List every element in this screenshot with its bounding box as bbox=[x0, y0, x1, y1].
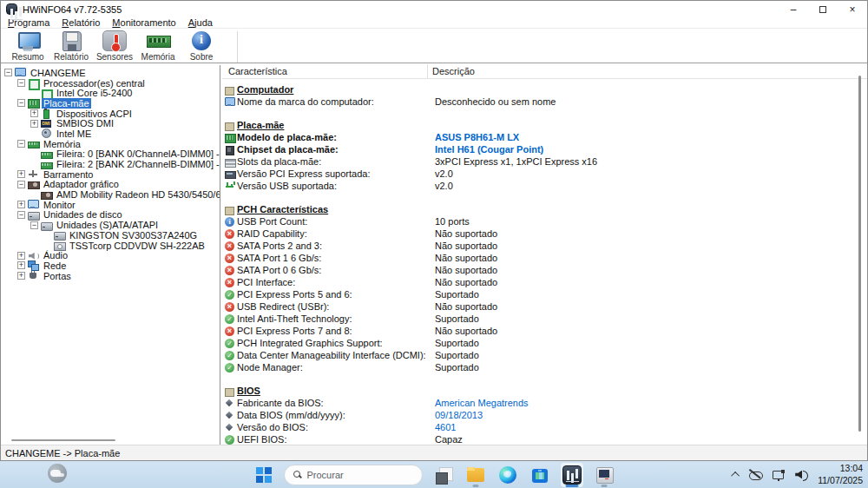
detail-row-fabricante-da-bios[interactable]: Fabricante da BIOS:American Megatrends bbox=[225, 397, 867, 409]
tree-item-changeme[interactable]: −CHANGEME bbox=[1, 68, 220, 78]
detail-row-raid-capability[interactable]: RAID Capability:Não suportado bbox=[225, 228, 867, 240]
menu-item-ajuda[interactable]: Ajuda bbox=[188, 17, 213, 28]
tree-toggle[interactable]: − bbox=[17, 211, 25, 219]
detail-label: SATA Ports 2 and 3: bbox=[237, 241, 322, 251]
detail-row-chipset-da-placa-mae[interactable]: Chipset da placa-mãe:Intel H61 (Cougar P… bbox=[225, 143, 867, 155]
taskbar-desktop-app[interactable] bbox=[432, 463, 455, 487]
tree-item-rede[interactable]: +Rede bbox=[1, 260, 220, 271]
tree-item-processador-es-central[interactable]: −Processador(es) central bbox=[1, 78, 220, 89]
scrollbar-thumb[interactable] bbox=[11, 439, 115, 441]
toolbar-button-memoria[interactable]: Memória bbox=[136, 30, 180, 62]
detail-label: PCI Express Ports 5 and 6: bbox=[237, 289, 352, 300]
detail-row-versao-do-bios[interactable]: Versão do BIOS:4601 bbox=[225, 421, 867, 433]
detail-row-data-center-manageability-interface-dcmi[interactable]: Data Center Manageability Interface (DCM… bbox=[225, 349, 867, 361]
detail-row-node-manager[interactable]: Node Manager:Suportado bbox=[225, 361, 867, 373]
memory-icon bbox=[146, 30, 170, 51]
tree-item-placa-mae[interactable]: −Placa-mãe bbox=[1, 98, 220, 109]
taskbar-store-app[interactable] bbox=[529, 463, 551, 487]
tree-item-memoria[interactable]: −Memória bbox=[1, 139, 220, 149]
tree-item-amd-mobility-radeon-hd-5430-5450-62x0[interactable]: AMD Mobility Radeon HD 5430/5450/62x0 bbox=[1, 189, 220, 200]
taskbar-search[interactable]: Procurar bbox=[284, 465, 423, 485]
maximize-button[interactable] bbox=[808, 1, 838, 17]
tree-item-tsstcorp-cddvdw-sh-222ab[interactable]: TSSTcorp CDDVDW SH-222AB bbox=[1, 241, 220, 251]
detail-row-sata-port-0-6-gb-s[interactable]: SATA Port 0 6 Gb/s:Não suportado bbox=[225, 264, 867, 276]
tree-toggle[interactable]: + bbox=[17, 252, 25, 260]
tree-toggle[interactable]: − bbox=[30, 221, 38, 229]
toolbar-button-sensores[interactable]: Sensores bbox=[93, 30, 136, 62]
tree-item-unidades-de-disco[interactable]: −Unidades de disco bbox=[1, 210, 220, 221]
tree-toggle[interactable]: + bbox=[17, 201, 25, 208]
detail-row-uefi-bios[interactable]: UEFI BIOS:Capaz bbox=[225, 433, 867, 445]
detail-row-data-bios-mm-dd-yyyy[interactable]: Data BIOS (mm/dd/yyyy):09/18/2013 bbox=[225, 409, 867, 421]
tree-toggle[interactable]: + bbox=[30, 120, 38, 128]
column-header-caracteristica[interactable]: Característica bbox=[228, 66, 287, 76]
not-supported-icon bbox=[225, 266, 234, 275]
clock[interactable]: 13:04 11/07/2025 bbox=[818, 463, 863, 485]
detail-value: 09/18/2013 bbox=[435, 409, 483, 421]
taskbar-hwinfo-app[interactable] bbox=[561, 463, 583, 487]
minimize-button[interactable]: – bbox=[779, 1, 808, 17]
detail-value: 4601 bbox=[435, 421, 456, 433]
tree-item-adaptador-grafico[interactable]: −Adaptador gráfico bbox=[1, 180, 220, 190]
tree-toggle bbox=[30, 129, 38, 137]
tree-item-smbios-dmi[interactable]: +SMBIOS DMI bbox=[1, 118, 220, 129]
toolbar-button-sobre[interactable]: Sobre bbox=[180, 30, 223, 62]
report-icon bbox=[59, 30, 83, 51]
tree-toggle[interactable]: − bbox=[17, 99, 25, 107]
detail-row-slots-da-placa-mae[interactable]: Slots da placa-mãe:3xPCI Express x1, 1xP… bbox=[225, 155, 867, 168]
toolbar-button-resumo[interactable]: Resumo bbox=[6, 30, 49, 62]
volume-icon[interactable] bbox=[795, 470, 808, 480]
tree-item-unidades-s-ata-atapi[interactable]: −Unidades (S)ATA/ATAPI bbox=[1, 220, 220, 230]
tree-item-kingston-sv300s37a240g[interactable]: KINGSTON SV300S37A240G bbox=[1, 230, 220, 241]
detail-row-pci-express-ports-7-and-8[interactable]: PCI Express Ports 7 and 8:Não suportado bbox=[225, 325, 867, 337]
tree-toggle[interactable]: + bbox=[17, 170, 25, 178]
menu-item-monitoramento[interactable]: Monitoramento bbox=[112, 17, 175, 28]
tree-item-barramento[interactable]: +Barramento bbox=[1, 169, 220, 180]
detail-row-pch-integrated-graphics-support[interactable]: PCH Integrated Graphics Support:Suportad… bbox=[225, 337, 867, 349]
close-button[interactable]: × bbox=[838, 1, 867, 17]
taskbar-file-explorer-app[interactable] bbox=[464, 463, 487, 487]
column-header-descricao[interactable]: Descrição bbox=[432, 66, 475, 76]
tree-item-portas[interactable]: +Portas bbox=[1, 271, 220, 281]
tree-horizontal-scrollbar[interactable] bbox=[1, 437, 220, 443]
detail-row-nome-da-marca-do-computador[interactable]: Nome da marca do computador:Desconhecido… bbox=[225, 96, 867, 108]
column-divider[interactable] bbox=[427, 64, 428, 78]
tree-item-intel-me[interactable]: Intel ME bbox=[1, 129, 220, 139]
tree-item-fileira-2-bank-2-channelb-dimm0-4-gb-pc3[interactable]: Fileira: 2 [BANK 2/ChannelB-DIMM0] - 4 G… bbox=[1, 159, 220, 169]
detail-row-pci-interface[interactable]: PCI Interface:Não suportado bbox=[225, 276, 867, 288]
detail-value: 3xPCI Express x1, 1xPCI Express x16 bbox=[435, 155, 597, 168]
detail-row-sata-ports-2-and-3[interactable]: SATA Ports 2 and 3:Não suportado bbox=[225, 240, 867, 252]
section-icon bbox=[225, 85, 234, 95]
detail-row-versao-usb-suportada[interactable]: Versão USB suportada:v2.0 bbox=[225, 180, 867, 192]
taskbar-editor-app[interactable] bbox=[593, 463, 615, 487]
detail-row-sata-port-1-6-gb-s[interactable]: SATA Port 1 6 Gb/s:Não suportado bbox=[225, 252, 867, 264]
app-icon bbox=[6, 3, 17, 15]
tree-toggle[interactable]: + bbox=[17, 261, 25, 269]
tree-item-monitor[interactable]: +Monitor bbox=[1, 200, 220, 210]
tree-toggle[interactable]: − bbox=[17, 79, 25, 87]
detail-vertical-scrollbar[interactable] bbox=[858, 76, 861, 432]
tree-toggle[interactable]: + bbox=[17, 272, 25, 280]
tree-item-fileira-0-bank-0-channela-dimm0-4-gb-pc3[interactable]: Fileira: 0 [BANK 0/ChannelA-DIMM0] - 4 G… bbox=[1, 149, 220, 160]
menu-item-relatorio[interactable]: Relatório bbox=[62, 17, 100, 28]
tree-item-audio[interactable]: +Áudio bbox=[1, 250, 220, 260]
tree-toggle[interactable]: − bbox=[17, 140, 25, 148]
drive-icon bbox=[28, 210, 38, 220]
usb-icon bbox=[225, 181, 234, 191]
detail-row-pci-express-ports-5-and-6[interactable]: PCI Express Ports 5 and 6:Suportado bbox=[225, 288, 867, 300]
detail-row-usb-port-count[interactable]: USB Port Count:10 ports bbox=[225, 215, 867, 228]
detail-row-intel-anti-theft-technology[interactable]: Intel Anti-Theft Technology:Suportado bbox=[225, 313, 867, 325]
network-icon[interactable] bbox=[773, 470, 786, 480]
detail-row-usb-redirect-usbr[interactable]: USB Redirect (USBr):Não suportado bbox=[225, 300, 867, 313]
tree-toggle[interactable]: − bbox=[17, 181, 25, 188]
tree-item-intel-core-i5-2400[interactable]: Intel Core i5-2400 bbox=[1, 88, 220, 98]
tree-item-dispositivos-acpi[interactable]: +Dispositivos ACPI bbox=[1, 109, 220, 119]
tree-toggle[interactable]: + bbox=[30, 109, 38, 117]
cloud-off-icon[interactable] bbox=[749, 470, 763, 480]
detail-row-versao-pci-express-suportada[interactable]: Versão PCI Express suportada:v2.0 bbox=[225, 168, 867, 180]
detail-row-modelo-de-placa-mae[interactable]: Modelo de placa-mãe:ASUS P8H61-M LX bbox=[225, 131, 867, 143]
taskbar-edge-app[interactable] bbox=[496, 463, 519, 487]
start-button[interactable] bbox=[253, 465, 274, 485]
toolbar-button-relatorio[interactable]: Relatório bbox=[49, 30, 93, 62]
tree-toggle[interactable]: − bbox=[4, 69, 12, 76]
